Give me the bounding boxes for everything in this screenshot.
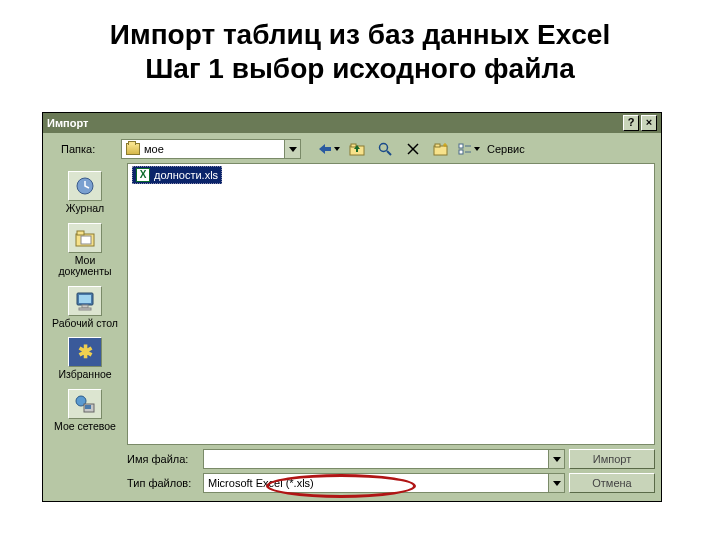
history-icon bbox=[68, 171, 102, 201]
svg-rect-17 bbox=[81, 236, 91, 244]
svg-text:✱: ✱ bbox=[78, 342, 93, 362]
help-button[interactable]: ? bbox=[623, 115, 639, 131]
chevron-down-icon[interactable] bbox=[284, 140, 300, 158]
places-bar: Журнал Мои документы Рабочий стол ✱ Избр… bbox=[43, 163, 127, 445]
svg-rect-25 bbox=[85, 405, 91, 409]
folder-label: Папка: bbox=[49, 143, 117, 155]
place-my-documents[interactable]: Мои документы bbox=[49, 221, 121, 282]
slide-title-line1: Импорт таблиц из баз данных Excel bbox=[40, 18, 680, 52]
import-button[interactable]: Импорт bbox=[569, 449, 655, 469]
slide-title-line2: Шаг 1 выбор исходного файла bbox=[40, 52, 680, 86]
import-dialog: Импорт ? × Папка: мое bbox=[42, 112, 662, 502]
file-list-pane[interactable]: долности.xls bbox=[127, 163, 655, 445]
place-history[interactable]: Журнал bbox=[49, 169, 121, 219]
folder-value: мое bbox=[144, 143, 164, 155]
filename-label: Имя файла: bbox=[127, 453, 199, 465]
slide-title: Импорт таблиц из баз данных Excel Шаг 1 … bbox=[0, 0, 720, 95]
svg-rect-21 bbox=[79, 308, 91, 310]
desktop-icon bbox=[68, 286, 102, 316]
filetype-label: Тип файлов: bbox=[127, 477, 199, 489]
svg-rect-11 bbox=[459, 150, 463, 154]
views-button[interactable] bbox=[457, 138, 481, 160]
svg-rect-16 bbox=[77, 231, 84, 235]
back-button[interactable] bbox=[317, 138, 341, 160]
service-menu[interactable]: Сервис bbox=[487, 143, 525, 155]
svg-rect-1 bbox=[351, 144, 356, 147]
svg-point-2 bbox=[380, 144, 388, 152]
up-one-level-button[interactable] bbox=[345, 138, 369, 160]
favorites-icon: ✱ bbox=[68, 337, 102, 367]
place-network[interactable]: Мое сетевое bbox=[49, 387, 121, 437]
top-toolbar: Папка: мое bbox=[43, 133, 661, 161]
chevron-down-icon[interactable] bbox=[548, 450, 564, 468]
place-desktop[interactable]: Рабочий стол bbox=[49, 284, 121, 334]
new-folder-button[interactable] bbox=[429, 138, 453, 160]
file-name: долности.xls bbox=[154, 169, 218, 181]
excel-file-icon bbox=[136, 168, 150, 182]
dialog-title: Импорт bbox=[47, 117, 621, 129]
folder-icon bbox=[126, 143, 140, 155]
svg-rect-7 bbox=[435, 144, 440, 147]
titlebar: Импорт ? × bbox=[43, 113, 661, 133]
filetype-dropdown[interactable]: Microsoft Excel (*.xls) bbox=[203, 473, 565, 493]
my-documents-icon bbox=[68, 223, 102, 253]
delete-button[interactable] bbox=[401, 138, 425, 160]
place-favorites[interactable]: ✱ Избранное bbox=[49, 335, 121, 385]
filename-input[interactable] bbox=[203, 449, 565, 469]
chevron-down-icon[interactable] bbox=[548, 474, 564, 492]
filetype-value: Microsoft Excel (*.xls) bbox=[208, 477, 314, 489]
folder-dropdown[interactable]: мое bbox=[121, 139, 301, 159]
search-web-button[interactable] bbox=[373, 138, 397, 160]
network-icon bbox=[68, 389, 102, 419]
file-item-selected[interactable]: долности.xls bbox=[132, 166, 222, 184]
svg-rect-19 bbox=[79, 295, 91, 303]
svg-line-3 bbox=[387, 151, 391, 155]
close-button[interactable]: × bbox=[641, 115, 657, 131]
cancel-button[interactable]: Отмена bbox=[569, 473, 655, 493]
svg-rect-10 bbox=[459, 144, 463, 148]
